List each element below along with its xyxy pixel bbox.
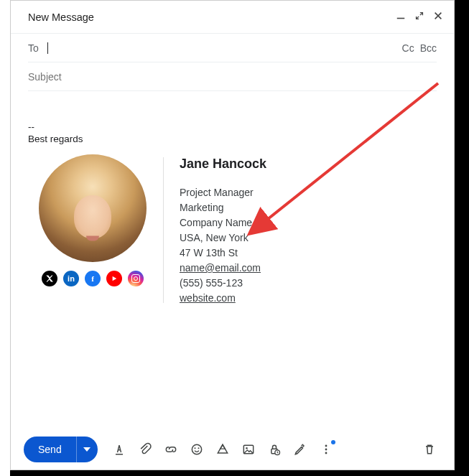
send-options-button[interactable] xyxy=(76,437,98,462)
compose-window: New Message To Cc Bcc -- Best regards xyxy=(10,0,455,470)
subject-field-row[interactable] xyxy=(28,62,437,91)
signature-title: Project Manager xyxy=(180,185,266,200)
signature-street: 47 W 13th St xyxy=(180,246,266,261)
more-options-icon[interactable] xyxy=(315,438,338,461)
insert-link-icon[interactable] xyxy=(159,438,182,461)
signature-separator: -- xyxy=(28,121,437,132)
bcc-button[interactable]: Bcc xyxy=(420,42,437,54)
svg-point-11 xyxy=(325,452,327,454)
avatar xyxy=(39,154,147,262)
confidential-mode-icon[interactable] xyxy=(263,438,286,461)
svg-point-2 xyxy=(192,444,201,454)
signature-divider xyxy=(163,157,164,303)
signature-location: USA, New York xyxy=(180,230,266,246)
linkedin-icon[interactable]: in xyxy=(63,271,79,286)
message-body[interactable]: -- Best regards in f Jane xyxy=(11,91,454,436)
insert-photo-icon[interactable] xyxy=(237,438,260,461)
svg-point-10 xyxy=(325,449,327,451)
cc-button[interactable]: Cc xyxy=(402,42,414,54)
window-header: New Message xyxy=(11,1,454,34)
discard-draft-icon[interactable] xyxy=(418,438,441,461)
svg-point-6 xyxy=(246,447,248,449)
svg-point-3 xyxy=(194,447,195,449)
signature-phone: (555) 555-123 xyxy=(180,276,266,291)
to-input[interactable] xyxy=(48,42,402,54)
signature-website[interactable]: website.com xyxy=(180,292,236,304)
emoji-icon[interactable] xyxy=(185,438,208,461)
send-button[interactable]: Send xyxy=(24,437,76,462)
signature-name: Jane Hancock xyxy=(180,154,266,174)
notification-dot xyxy=(331,440,335,444)
email-signature: in f Jane Hancock Project Manager Market… xyxy=(28,154,437,306)
signature-icon[interactable] xyxy=(289,438,312,461)
compose-toolbar: Send xyxy=(11,429,454,470)
close-icon[interactable] xyxy=(432,11,444,23)
signature-regards: Best regards xyxy=(28,134,437,144)
svg-point-9 xyxy=(325,445,327,447)
x-twitter-icon[interactable] xyxy=(42,271,57,286)
send-button-group: Send xyxy=(24,437,98,462)
expand-icon[interactable] xyxy=(414,11,425,23)
to-field-row[interactable]: To Cc Bcc xyxy=(28,34,437,62)
svg-point-4 xyxy=(198,447,199,449)
signature-department: Marketing xyxy=(180,200,266,215)
minimize-icon[interactable] xyxy=(395,11,407,23)
instagram-icon[interactable] xyxy=(128,271,144,286)
facebook-icon[interactable]: f xyxy=(85,271,101,286)
formatting-icon[interactable] xyxy=(108,438,131,461)
subject-input[interactable] xyxy=(28,71,437,83)
signature-email[interactable]: name@email.com xyxy=(180,262,261,274)
to-label: To xyxy=(28,42,39,54)
youtube-icon[interactable] xyxy=(106,271,122,286)
drive-icon[interactable] xyxy=(211,438,234,461)
signature-company: Company Name xyxy=(180,215,266,230)
attach-file-icon[interactable] xyxy=(134,438,157,461)
window-title: New Message xyxy=(28,11,395,23)
